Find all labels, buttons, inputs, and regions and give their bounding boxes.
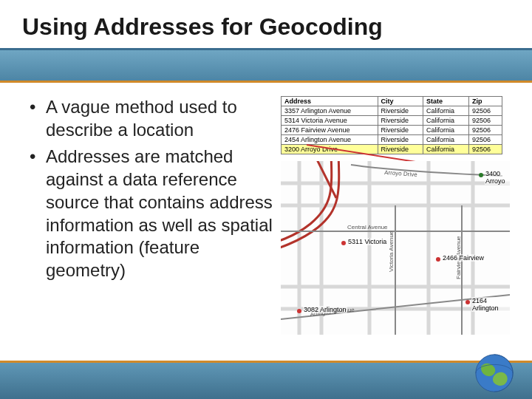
figure-panel: Address City State Zip 3357 Arlington Av… <box>281 96 517 340</box>
globe-icon <box>473 352 516 395</box>
bullet-list: A vague method used to describe a locati… <box>30 96 273 340</box>
address-table: Address City State Zip 3357 Arlington Av… <box>281 96 502 154</box>
marker-label: 3082 Arlington <box>303 306 347 313</box>
street-label: Arroyo Drive <box>384 169 418 178</box>
street-label: Central Avenue <box>347 224 388 231</box>
col-header: Address <box>282 97 378 106</box>
slide-title: Using Addresses for Geocoding <box>0 0 532 48</box>
bullet-item: A vague method used to describe a locati… <box>30 96 273 141</box>
footer-band <box>0 361 532 399</box>
table-row-highlighted: 3200 Arroyo DriveRiversideCalifornia9250… <box>282 145 502 154</box>
map-marker <box>479 173 483 177</box>
marker-label: 5311 Victoria <box>347 238 387 245</box>
marker-label: 2466 Fairview <box>442 254 485 262</box>
table-row: 5314 Victoria AvenueRiversideCalifornia9… <box>282 116 502 126</box>
bullet-item: Addresses are matched against a data ref… <box>30 146 273 282</box>
col-header: Zip <box>469 97 502 106</box>
marker-label: 3400 Arroyo <box>485 170 510 185</box>
map-marker <box>436 257 440 262</box>
map-panel: Central Avenue Arlington Avenue Victoria… <box>281 161 510 335</box>
col-header: City <box>378 97 423 106</box>
table-row: 2476 Fairview AvenueRiversideCalifornia9… <box>282 126 502 135</box>
street-label: Victoria Avenue <box>388 231 395 272</box>
content-area: A vague method used to describe a locati… <box>0 83 532 340</box>
table-row: 2454 Arlington AvenueRiversideCalifornia… <box>282 135 502 145</box>
marker-label: 2164 Arlington <box>471 297 510 312</box>
col-header: State <box>423 97 468 106</box>
map-marker <box>341 241 346 245</box>
header-band <box>0 50 532 83</box>
map-marker <box>466 300 470 304</box>
map-marker <box>297 309 301 313</box>
table-row: 3357 Arlington AvenueRiversideCalifornia… <box>282 106 502 116</box>
